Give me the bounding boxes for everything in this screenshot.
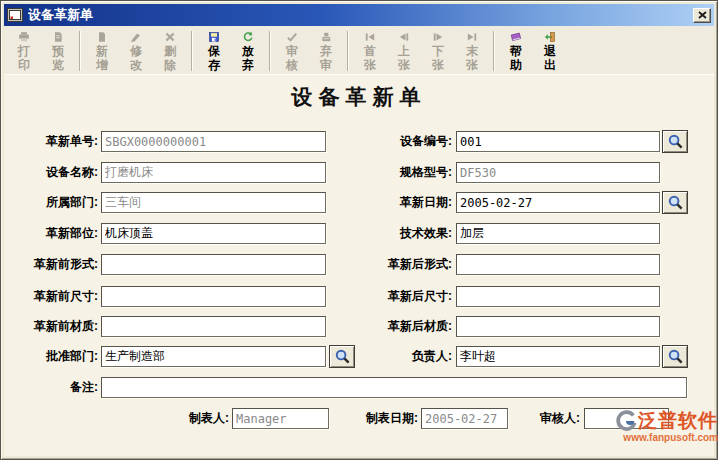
magnifier-icon — [334, 348, 351, 365]
person-in-charge-input[interactable] — [456, 346, 660, 367]
approve-button[interactable]: 审核 — [275, 28, 309, 73]
save-button[interactable]: 保存 — [197, 28, 231, 73]
prev-record-button[interactable]: 上张 — [387, 28, 421, 73]
next-record-label: 下张 — [427, 44, 449, 72]
help-button[interactable]: 帮助 — [499, 28, 533, 73]
auditor-input[interactable] — [584, 408, 669, 429]
auditor-label: 审核人: — [520, 408, 580, 429]
print-button[interactable]: 打印 — [7, 28, 41, 73]
approve-label: 审核 — [281, 44, 303, 72]
printer-icon — [14, 31, 34, 43]
prev-record-label: 上张 — [393, 44, 415, 72]
titlebar: 设备革新单 — [4, 4, 714, 26]
prev-record-icon — [394, 31, 414, 43]
tech-effect-label: 技术效果: — [326, 223, 452, 244]
delete-button[interactable]: 删除 — [153, 28, 187, 73]
department-label: 所属部门: — [6, 192, 98, 213]
device-no-search-button[interactable] — [662, 130, 688, 153]
new-label: 新增 — [91, 44, 113, 72]
device-name-input[interactable] — [101, 162, 326, 183]
exit-label: 退出 — [539, 44, 561, 72]
after-material-input[interactable] — [456, 316, 660, 337]
last-record-button[interactable]: 末张 — [455, 28, 489, 73]
after-material-label: 革新后材质: — [326, 316, 452, 337]
approve-dept-search-button[interactable] — [329, 345, 355, 368]
toolbar-separator — [79, 31, 81, 71]
approve-check-icon — [282, 31, 302, 43]
discard-label: 放弃 — [237, 44, 259, 72]
delete-label: 删除 — [159, 44, 181, 72]
before-material-input[interactable] — [101, 316, 326, 337]
prepare-date-input[interactable] — [421, 408, 508, 429]
first-record-label: 首张 — [359, 44, 381, 72]
edit-icon — [126, 31, 146, 43]
revision-part-label: 革新部位: — [6, 223, 98, 244]
next-record-button[interactable]: 下张 — [421, 28, 455, 73]
approve-dept-label: 批准部门: — [6, 346, 98, 367]
preparer-input[interactable] — [232, 408, 329, 429]
revision-no-input[interactable] — [101, 131, 326, 152]
revision-date-input[interactable] — [456, 192, 660, 213]
before-size-label: 革新前尺寸: — [6, 286, 98, 307]
watermark-url: www.fanpusoft.com — [586, 432, 718, 444]
unapprove-button[interactable]: 弃审 — [309, 28, 343, 73]
close-button[interactable] — [693, 8, 711, 23]
person-in-charge-label: 负责人: — [364, 346, 452, 367]
window-title: 设备革新单 — [28, 6, 693, 24]
unapprove-icon — [316, 31, 336, 43]
before-size-input[interactable] — [101, 286, 326, 307]
app-window: 设备革新单 打印 预览 — [0, 0, 718, 460]
new-button[interactable]: 新增 — [85, 28, 119, 73]
help-label: 帮助 — [505, 44, 527, 72]
delete-icon — [160, 31, 180, 43]
last-record-label: 末张 — [461, 44, 483, 72]
preparer-label: 制表人: — [134, 408, 229, 429]
preview-label: 预览 — [47, 44, 69, 72]
before-material-label: 革新前材质: — [6, 316, 98, 337]
device-no-label: 设备编号: — [326, 131, 452, 152]
toolbar-separator — [493, 31, 495, 71]
spec-model-input[interactable] — [456, 162, 660, 183]
save-label: 保存 — [203, 44, 225, 72]
revision-no-label: 革新单号: — [6, 131, 98, 152]
revision-part-input[interactable] — [101, 223, 326, 244]
first-record-icon — [360, 31, 380, 43]
toolbar-separator — [269, 31, 271, 71]
close-icon — [698, 11, 707, 19]
exit-button[interactable]: 退出 — [533, 28, 567, 73]
magnifier-icon — [667, 133, 684, 150]
after-size-input[interactable] — [456, 286, 660, 307]
undo-icon — [238, 31, 258, 43]
help-book-icon — [506, 31, 526, 43]
department-input[interactable] — [101, 192, 326, 213]
window-form-icon — [7, 8, 23, 22]
tech-effect-input[interactable] — [456, 223, 660, 244]
before-form-input[interactable] — [101, 254, 326, 275]
last-record-icon — [462, 31, 482, 43]
toolbar: 打印 预览 新增 修改 删除 — [4, 26, 714, 75]
approve-dept-input[interactable] — [101, 346, 326, 367]
new-doc-icon — [92, 31, 112, 43]
edit-label: 修改 — [125, 44, 147, 72]
toolbar-separator — [347, 31, 349, 71]
edit-button[interactable]: 修改 — [119, 28, 153, 73]
before-form-label: 革新前形式: — [6, 254, 98, 275]
after-form-input[interactable] — [456, 254, 660, 275]
magnifier-icon — [667, 348, 684, 365]
prepare-date-label: 制表日期: — [334, 408, 418, 429]
preview-button[interactable]: 预览 — [41, 28, 75, 73]
device-no-input[interactable] — [456, 131, 660, 152]
magnifier-icon — [667, 194, 684, 211]
first-record-button[interactable]: 首张 — [353, 28, 387, 73]
revision-date-search-button[interactable] — [662, 191, 688, 214]
save-icon — [204, 31, 224, 43]
remark-label: 备注: — [6, 377, 98, 398]
after-size-label: 革新后尺寸: — [326, 286, 452, 307]
preview-icon — [48, 31, 68, 43]
spec-model-label: 规格型号: — [326, 162, 452, 183]
person-in-charge-search-button[interactable] — [662, 345, 688, 368]
remark-input[interactable] — [101, 377, 687, 398]
after-form-label: 革新后形式: — [326, 254, 452, 275]
discard-button[interactable]: 放弃 — [231, 28, 265, 73]
toolbar-separator — [191, 31, 193, 71]
